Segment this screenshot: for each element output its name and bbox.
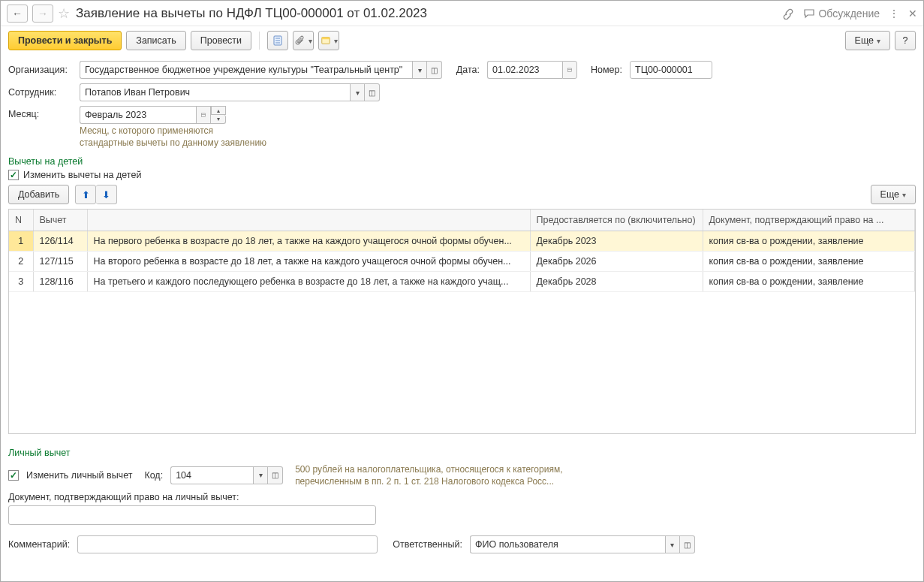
kebab-menu-icon[interactable]: ⋮ [889,8,899,20]
date-label: Дата: [450,65,480,75]
children-change-checkbox[interactable]: ✓ [8,170,19,180]
page-title: Заявление на вычеты по НДФЛ ТЦ00-000001 … [76,6,778,21]
org-dropdown-icon[interactable]: ▾ [412,61,427,79]
children-table[interactable]: N Вычет Предоставляется по (включительно… [8,209,916,434]
personal-change-checkbox[interactable]: ✓ [8,470,19,481]
add-row-button[interactable]: Добавить [8,185,69,204]
template-icon-button[interactable] [318,31,339,50]
table-row[interactable]: 2 127/115 На второго ребенка в возрасте … [9,251,915,271]
employee-open-icon[interactable]: ◫ [365,83,380,101]
close-icon[interactable]: ✕ [908,8,917,20]
post-button[interactable]: Провести [191,31,251,50]
responsible-open-icon[interactable]: ◫ [680,535,695,553]
calendar-icon[interactable] [562,61,577,79]
col-until[interactable]: Предоставляется по (включительно) [530,210,703,231]
responsible-dropdown-icon[interactable]: ▾ [665,535,680,553]
discussion-label: Обсуждение [818,8,880,20]
table-row[interactable]: 3 128/116 На третьего и каждого последую… [9,271,915,291]
more-button[interactable]: Еще [845,31,890,50]
number-label: Номер: [585,65,622,75]
month-up-icon[interactable]: ▴ [211,106,226,115]
move-up-button[interactable]: ⬆ [75,185,96,204]
month-down-icon[interactable]: ▾ [211,115,226,124]
nav-forward-button[interactable]: → [32,5,53,23]
code-open-icon[interactable]: ◫ [268,466,283,484]
col-code[interactable]: Вычет [33,210,87,231]
col-doc[interactable]: Документ, подтверждающий право на ... [703,210,915,231]
svg-rect-5 [321,38,330,40]
month-label: Месяц: [8,106,72,119]
number-input[interactable]: ТЦ00-000001 [630,61,712,79]
table-more-button[interactable]: Еще [871,185,916,204]
month-hint: Месяц, с которого применяются стандартны… [80,125,266,149]
responsible-label: Ответственный: [393,539,462,550]
svg-rect-8 [202,113,206,117]
employee-dropdown-icon[interactable]: ▾ [350,83,365,101]
code-input[interactable]: 104 [170,466,253,484]
col-desc[interactable] [87,210,530,231]
code-label: Код: [144,470,163,481]
personal-doc-input[interactable] [8,505,376,525]
org-open-icon[interactable]: ◫ [427,61,442,79]
code-dropdown-icon[interactable]: ▾ [253,466,268,484]
link-icon[interactable] [782,8,794,20]
attach-icon-button[interactable] [293,31,314,50]
children-section-title: Вычеты на детей [8,156,916,167]
date-input[interactable]: 01.02.2023 [487,61,562,79]
personal-change-label: Изменить личный вычет [26,470,132,481]
comment-input[interactable] [77,535,378,553]
post-and-close-button[interactable]: Провести и закрыть [8,31,122,50]
code-hint: 500 рублей на налогоплательщика, относящ… [295,464,562,487]
table-row[interactable]: 1 126/114 На первого ребенка в возрасте … [9,231,915,251]
org-label: Организация: [8,65,72,75]
personal-doc-label: Документ, подтверждающий право на личный… [8,492,916,502]
favorite-star-icon[interactable]: ☆ [58,5,70,22]
col-n[interactable]: N [9,210,33,231]
svg-rect-6 [568,68,572,72]
nav-back-button[interactable]: ← [7,5,28,23]
report-icon-button[interactable] [267,31,288,50]
responsible-input[interactable]: ФИО пользователя [470,535,665,553]
personal-section-title: Личный вычет [8,448,916,458]
month-calendar-icon[interactable] [196,106,211,124]
comment-label: Комментарий: [8,539,70,550]
move-down-button[interactable]: ⬇ [96,185,117,204]
help-button[interactable]: ? [895,31,916,50]
discussion-button[interactable]: Обсуждение [803,8,880,20]
org-input[interactable]: Государственное бюджетное учреждение кул… [80,61,412,79]
month-input[interactable]: Февраль 2023 [80,106,196,124]
children-change-label: Изменить вычеты на детей [23,170,141,180]
employee-label: Сотрудник: [8,87,72,98]
employee-input[interactable]: Потапов Иван Петрович [80,83,350,101]
write-button[interactable]: Записать [126,31,185,50]
